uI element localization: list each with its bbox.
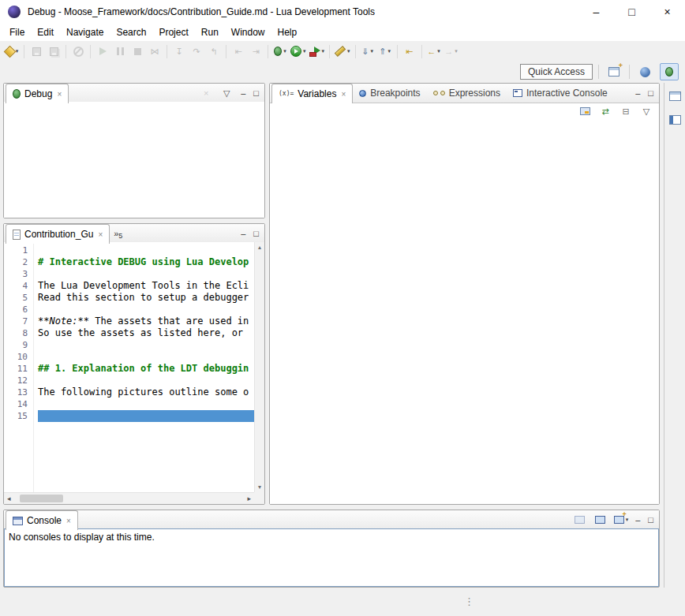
menu-bar: FileEditNavigateSearchProjectRunWindowHe… — [0, 24, 685, 41]
collapse-all-button[interactable]: ⊟ — [617, 103, 634, 120]
next-annotation-dropdown[interactable]: ▾ — [370, 48, 373, 54]
hscroll-right-icon[interactable]: ▸ — [247, 495, 251, 502]
debug-view-minimize-button[interactable]: – — [238, 88, 248, 98]
menu-run[interactable]: Run — [195, 25, 225, 39]
external-tools-button[interactable]: ▾ — [308, 43, 327, 60]
editor-view: Contribution_Gu× » 5 – □ 123456789101112… — [3, 223, 265, 505]
menu-window[interactable]: Window — [225, 25, 271, 39]
variables-view-maximize-button[interactable]: □ — [646, 88, 656, 98]
last-edit-location-button[interactable]: ⇤ — [401, 43, 418, 60]
vscroll-down-icon[interactable]: ▾ — [258, 483, 261, 491]
debug-dropdown[interactable]: ▾ — [283, 48, 286, 54]
pin-console-button — [571, 511, 589, 528]
variables-view-minimize-button[interactable]: – — [633, 88, 642, 98]
editor-horizontal-scrollbar[interactable]: ◂ ▸ — [4, 492, 254, 504]
new-wizard-button[interactable]: ▾ — [3, 43, 21, 60]
external-tools-dropdown[interactable]: ▾ — [322, 48, 325, 54]
run-dropdown[interactable]: ▾ — [303, 48, 306, 54]
console-view-minimize-button[interactable]: – — [633, 515, 642, 525]
back-dropdown[interactable]: ▾ — [437, 48, 440, 54]
code-segment: # Interactive DEBUG using Lua Develop — [38, 256, 249, 267]
minimized-view-stack-2-button[interactable] — [666, 111, 683, 129]
variables-view-menu-button[interactable]: ▽ — [638, 103, 655, 120]
vscroll-up-icon[interactable]: ▴ — [258, 244, 261, 251]
window-close-button[interactable]: × — [649, 0, 685, 24]
menu-search[interactable]: Search — [110, 25, 152, 39]
link-with-editor-icon: ⇄ — [601, 107, 608, 116]
run-button[interactable]: ▾ — [289, 43, 308, 60]
open-perspective-button[interactable] — [605, 63, 623, 80]
variables-view-toolbar-row: ⇄⊟▽ — [270, 103, 659, 120]
mark-occurrences-dropdown[interactable]: ▾ — [347, 48, 350, 54]
back-button[interactable]: ←▾ — [425, 43, 443, 60]
quick-access-field[interactable]: Quick Access — [520, 64, 593, 80]
ldt-perspective-icon — [640, 67, 650, 77]
line-number: 10 — [4, 351, 33, 363]
console-message: No consoles to display at this time. — [9, 532, 155, 543]
debug-button[interactable]: ▾ — [271, 43, 289, 60]
console-view-content[interactable]: No consoles to display at this time. — [4, 528, 659, 587]
editor-view-controls: – □ — [238, 224, 261, 243]
tab-interactive-console[interactable]: Interactive Console — [507, 84, 614, 103]
editor-view-maximize-button[interactable]: □ — [251, 229, 261, 238]
console-view-maximize-button[interactable]: □ — [646, 515, 656, 525]
previous-annotation-button[interactable]: ⇑▾ — [376, 43, 394, 60]
line-number: 9 — [4, 339, 33, 351]
line-number: 7 — [4, 315, 33, 327]
tab-breakpoints[interactable]: Breakpoints — [353, 84, 426, 103]
tab-console[interactable]: Console× — [6, 510, 78, 530]
console-icon — [13, 517, 23, 525]
debug-view-controls: ×▽ – □ — [197, 84, 261, 103]
skip-all-breakpoints-icon — [73, 47, 84, 57]
debug-view-maximize-button[interactable]: □ — [251, 88, 261, 98]
debug-view-menu-icon: ▽ — [223, 89, 230, 98]
variables-view-content[interactable] — [270, 120, 659, 504]
display-selected-console-button[interactable] — [592, 511, 609, 528]
tab-close-button[interactable]: × — [341, 90, 346, 99]
mark-occurrences-button[interactable]: ▾ — [333, 43, 352, 60]
mark-occurrences-icon — [335, 46, 346, 57]
editor-view-minimize-button[interactable]: – — [238, 229, 248, 238]
hscroll-thumb[interactable] — [20, 495, 63, 502]
debug-view-content[interactable] — [4, 102, 264, 218]
menu-help[interactable]: Help — [271, 25, 304, 39]
tab-expressions[interactable]: Expressions — [427, 84, 507, 103]
next-annotation-button[interactable]: ⇓▾ — [359, 43, 376, 60]
previous-annotation-dropdown[interactable]: ▾ — [387, 48, 391, 54]
editor-code-area[interactable]: # Interactive DEBUG using Lua DevelopThe… — [35, 242, 254, 492]
editor-gutter[interactable]: 123456789101112131415 — [4, 242, 34, 492]
tab-debug[interactable]: Debug× — [6, 84, 69, 103]
ldt-perspective-button[interactable] — [635, 63, 654, 80]
menu-navigate[interactable]: Navigate — [60, 25, 110, 39]
step-into-button: ↧ — [170, 43, 188, 60]
debug-perspective-button[interactable] — [660, 63, 679, 80]
save-all-button — [45, 43, 62, 60]
link-with-editor-button[interactable]: ⇄ — [597, 103, 614, 120]
step-into-icon: ↧ — [175, 47, 182, 56]
tab-close-button[interactable]: × — [98, 230, 103, 239]
variables-view-controls: – □ — [633, 84, 656, 103]
tab-variables[interactable]: (x)=Variables× — [271, 84, 353, 103]
code-segment: So use the assets as listed here, or — [38, 327, 249, 338]
hscroll-left-icon[interactable]: ◂ — [7, 495, 11, 502]
tab-close-button[interactable]: × — [57, 90, 62, 99]
debug-icon — [274, 47, 282, 56]
code-line-12 — [38, 375, 254, 386]
code-line-1 — [38, 245, 254, 256]
show-logical-structure-button[interactable] — [576, 103, 593, 120]
editor-vertical-scrollbar[interactable]: ▴ ▾ — [254, 242, 264, 492]
open-console-button[interactable]: ▾ — [612, 511, 631, 528]
debug-view-menu-button[interactable]: ▽ — [218, 84, 235, 102]
show-logical-structure-icon — [580, 107, 590, 115]
window-maximize-button[interactable]: □ — [614, 0, 649, 24]
menu-project[interactable]: Project — [152, 25, 194, 39]
forward-dropdown[interactable]: ▾ — [455, 48, 458, 54]
tab-contribution-gu[interactable]: Contribution_Gu× — [6, 224, 110, 244]
tab-close-button[interactable]: × — [66, 517, 71, 525]
editor-tab-overflow[interactable]: » 5 — [114, 224, 122, 243]
menu-edit[interactable]: Edit — [31, 25, 60, 39]
menu-file[interactable]: File — [3, 25, 31, 39]
sash-handle[interactable]: ⋮ — [464, 595, 474, 607]
minimized-view-stack-1-button[interactable] — [666, 88, 683, 105]
window-minimize-button[interactable]: – — [578, 0, 614, 24]
